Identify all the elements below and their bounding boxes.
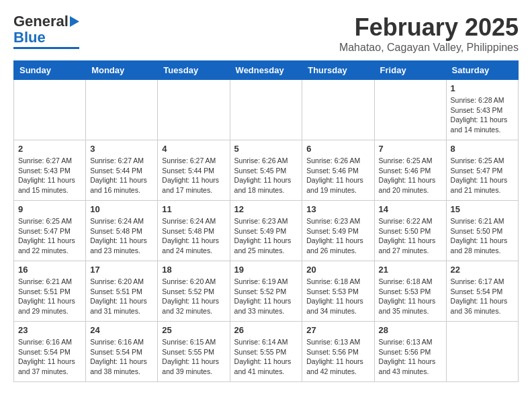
day-number: 21 bbox=[379, 265, 442, 275]
day-cell-5: 5Sunrise: 6:26 AM Sunset: 5:45 PM Daylig… bbox=[230, 140, 302, 201]
day-info: Sunrise: 6:16 AM Sunset: 5:54 PM Dayligh… bbox=[90, 337, 153, 377]
day-info: Sunrise: 6:20 AM Sunset: 5:51 PM Dayligh… bbox=[90, 277, 153, 316]
weekday-header-saturday: Saturday bbox=[446, 61, 518, 80]
day-info: Sunrise: 6:13 AM Sunset: 5:56 PM Dayligh… bbox=[306, 337, 369, 377]
day-info: Sunrise: 6:13 AM Sunset: 5:56 PM Dayligh… bbox=[379, 337, 442, 377]
empty-cell bbox=[14, 80, 86, 140]
day-number: 26 bbox=[234, 325, 298, 335]
day-info: Sunrise: 6:22 AM Sunset: 5:50 PM Dayligh… bbox=[379, 216, 442, 256]
day-number: 19 bbox=[234, 265, 298, 275]
day-number: 15 bbox=[451, 204, 514, 214]
day-cell-8: 8Sunrise: 6:25 AM Sunset: 5:47 PM Daylig… bbox=[446, 140, 518, 201]
day-cell-11: 11Sunrise: 6:24 AM Sunset: 5:48 PM Dayli… bbox=[158, 201, 230, 261]
day-number: 24 bbox=[90, 325, 153, 335]
day-cell-13: 13Sunrise: 6:23 AM Sunset: 5:49 PM Dayli… bbox=[302, 201, 374, 261]
week-row-4: 16Sunrise: 6:21 AM Sunset: 5:51 PM Dayli… bbox=[14, 261, 519, 322]
calendar-title: February 2025 bbox=[339, 13, 519, 42]
day-info: Sunrise: 6:23 AM Sunset: 5:49 PM Dayligh… bbox=[234, 216, 298, 256]
week-row-1: 1Sunrise: 6:28 AM Sunset: 5:43 PM Daylig… bbox=[14, 80, 519, 140]
day-cell-4: 4Sunrise: 6:27 AM Sunset: 5:44 PM Daylig… bbox=[158, 140, 230, 201]
day-info: Sunrise: 6:17 AM Sunset: 5:54 PM Dayligh… bbox=[451, 277, 514, 316]
day-info: Sunrise: 6:16 AM Sunset: 5:54 PM Dayligh… bbox=[18, 337, 81, 377]
logo: General Blue bbox=[13, 13, 79, 49]
day-cell-21: 21Sunrise: 6:18 AM Sunset: 5:53 PM Dayli… bbox=[374, 261, 446, 322]
day-number: 20 bbox=[306, 265, 369, 275]
day-cell-28: 28Sunrise: 6:13 AM Sunset: 5:56 PM Dayli… bbox=[374, 322, 446, 382]
day-number: 25 bbox=[162, 325, 225, 335]
day-number: 23 bbox=[18, 325, 81, 335]
logo-arrow-icon bbox=[70, 16, 79, 27]
logo-blue: Blue bbox=[13, 30, 46, 46]
day-info: Sunrise: 6:27 AM Sunset: 5:44 PM Dayligh… bbox=[90, 156, 153, 195]
day-info: Sunrise: 6:24 AM Sunset: 5:48 PM Dayligh… bbox=[90, 216, 153, 256]
day-info: Sunrise: 6:25 AM Sunset: 5:46 PM Dayligh… bbox=[379, 156, 442, 195]
day-cell-2: 2Sunrise: 6:27 AM Sunset: 5:43 PM Daylig… bbox=[14, 140, 86, 201]
day-number: 18 bbox=[162, 265, 225, 275]
day-number: 22 bbox=[451, 265, 514, 275]
day-cell-26: 26Sunrise: 6:14 AM Sunset: 5:55 PM Dayli… bbox=[230, 322, 302, 382]
day-info: Sunrise: 6:18 AM Sunset: 5:53 PM Dayligh… bbox=[379, 277, 442, 316]
empty-cell bbox=[158, 80, 230, 140]
day-cell-3: 3Sunrise: 6:27 AM Sunset: 5:44 PM Daylig… bbox=[86, 140, 158, 201]
day-info: Sunrise: 6:14 AM Sunset: 5:55 PM Dayligh… bbox=[234, 337, 298, 377]
day-number: 8 bbox=[451, 144, 514, 154]
day-cell-12: 12Sunrise: 6:23 AM Sunset: 5:49 PM Dayli… bbox=[230, 201, 302, 261]
day-cell-1: 1Sunrise: 6:28 AM Sunset: 5:43 PM Daylig… bbox=[446, 80, 518, 140]
day-cell-24: 24Sunrise: 6:16 AM Sunset: 5:54 PM Dayli… bbox=[86, 322, 158, 382]
day-number: 9 bbox=[18, 204, 81, 214]
weekday-header-tuesday: Tuesday bbox=[158, 61, 230, 80]
calendar-subtitle: Mahatao, Cagayan Valley, Philippines bbox=[339, 42, 519, 54]
day-cell-14: 14Sunrise: 6:22 AM Sunset: 5:50 PM Dayli… bbox=[374, 201, 446, 261]
day-number: 4 bbox=[162, 144, 225, 154]
title-section: February 2025 Mahatao, Cagayan Valley, P… bbox=[339, 13, 519, 54]
weekday-header-sunday: Sunday bbox=[14, 61, 86, 80]
day-cell-6: 6Sunrise: 6:26 AM Sunset: 5:46 PM Daylig… bbox=[302, 140, 374, 201]
day-cell-25: 25Sunrise: 6:15 AM Sunset: 5:55 PM Dayli… bbox=[158, 322, 230, 382]
week-row-2: 2Sunrise: 6:27 AM Sunset: 5:43 PM Daylig… bbox=[14, 140, 519, 201]
day-info: Sunrise: 6:20 AM Sunset: 5:52 PM Dayligh… bbox=[162, 277, 225, 316]
day-info: Sunrise: 6:26 AM Sunset: 5:46 PM Dayligh… bbox=[306, 156, 369, 195]
day-info: Sunrise: 6:19 AM Sunset: 5:52 PM Dayligh… bbox=[234, 277, 298, 316]
day-cell-20: 20Sunrise: 6:18 AM Sunset: 5:53 PM Dayli… bbox=[302, 261, 374, 322]
day-number: 10 bbox=[90, 204, 153, 214]
day-info: Sunrise: 6:18 AM Sunset: 5:53 PM Dayligh… bbox=[306, 277, 369, 316]
day-info: Sunrise: 6:15 AM Sunset: 5:55 PM Dayligh… bbox=[162, 337, 225, 377]
day-info: Sunrise: 6:25 AM Sunset: 5:47 PM Dayligh… bbox=[451, 156, 514, 195]
day-number: 27 bbox=[306, 325, 369, 335]
day-cell-10: 10Sunrise: 6:24 AM Sunset: 5:48 PM Dayli… bbox=[86, 201, 158, 261]
day-info: Sunrise: 6:23 AM Sunset: 5:49 PM Dayligh… bbox=[306, 216, 369, 256]
day-cell-9: 9Sunrise: 6:25 AM Sunset: 5:47 PM Daylig… bbox=[14, 201, 86, 261]
day-cell-23: 23Sunrise: 6:16 AM Sunset: 5:54 PM Dayli… bbox=[14, 322, 86, 382]
weekday-header-monday: Monday bbox=[86, 61, 158, 80]
day-number: 2 bbox=[18, 144, 81, 154]
day-info: Sunrise: 6:21 AM Sunset: 5:50 PM Dayligh… bbox=[451, 216, 514, 256]
empty-cell bbox=[446, 322, 518, 382]
day-number: 28 bbox=[379, 325, 442, 335]
empty-cell bbox=[86, 80, 158, 140]
empty-cell bbox=[302, 80, 374, 140]
day-number: 16 bbox=[18, 265, 81, 275]
day-number: 3 bbox=[90, 144, 153, 154]
day-cell-18: 18Sunrise: 6:20 AM Sunset: 5:52 PM Dayli… bbox=[158, 261, 230, 322]
day-number: 12 bbox=[234, 204, 298, 214]
day-cell-27: 27Sunrise: 6:13 AM Sunset: 5:56 PM Dayli… bbox=[302, 322, 374, 382]
day-number: 17 bbox=[90, 265, 153, 275]
day-cell-22: 22Sunrise: 6:17 AM Sunset: 5:54 PM Dayli… bbox=[446, 261, 518, 322]
day-info: Sunrise: 6:27 AM Sunset: 5:43 PM Dayligh… bbox=[18, 156, 81, 195]
logo-underline bbox=[13, 47, 79, 49]
weekday-header-thursday: Thursday bbox=[302, 61, 374, 80]
day-cell-16: 16Sunrise: 6:21 AM Sunset: 5:51 PM Dayli… bbox=[14, 261, 86, 322]
week-row-3: 9Sunrise: 6:25 AM Sunset: 5:47 PM Daylig… bbox=[14, 201, 519, 261]
day-info: Sunrise: 6:28 AM Sunset: 5:43 PM Dayligh… bbox=[451, 95, 514, 135]
week-row-5: 23Sunrise: 6:16 AM Sunset: 5:54 PM Dayli… bbox=[14, 322, 519, 382]
day-info: Sunrise: 6:26 AM Sunset: 5:45 PM Dayligh… bbox=[234, 156, 298, 195]
day-info: Sunrise: 6:25 AM Sunset: 5:47 PM Dayligh… bbox=[18, 216, 81, 256]
day-number: 14 bbox=[379, 204, 442, 214]
day-number: 6 bbox=[306, 144, 369, 154]
day-info: Sunrise: 6:27 AM Sunset: 5:44 PM Dayligh… bbox=[162, 156, 225, 195]
calendar-table: SundayMondayTuesdayWednesdayThursdayFrid… bbox=[13, 60, 519, 382]
day-cell-17: 17Sunrise: 6:20 AM Sunset: 5:51 PM Dayli… bbox=[86, 261, 158, 322]
weekday-header-friday: Friday bbox=[374, 61, 446, 80]
weekday-header-wednesday: Wednesday bbox=[230, 61, 302, 80]
day-number: 13 bbox=[306, 204, 369, 214]
